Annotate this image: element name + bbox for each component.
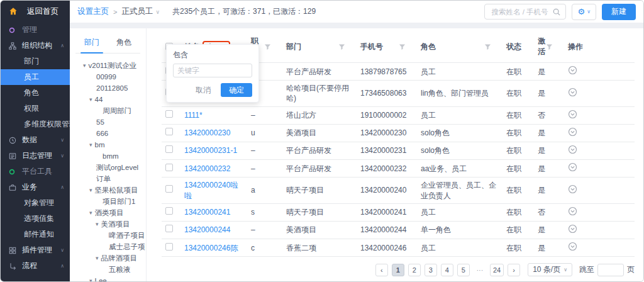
page-size-select[interactable]: 10 条/页 ∨ <box>528 263 572 276</box>
col-header-operation[interactable]: 操作 <box>564 31 635 63</box>
tree-node-4[interactable]: 周周部门 <box>70 105 146 116</box>
sidebar-item-org-structure[interactable]: 组织结构∧ <box>1 38 70 54</box>
col-header-department[interactable]: 部门 <box>282 31 357 63</box>
tree-node-19[interactable]: ▾Lee <box>70 275 146 281</box>
filter-keyword-input[interactable] <box>173 64 252 77</box>
filter-cancel-button[interactable]: 取消 <box>192 84 214 96</box>
row-checkbox[interactable] <box>165 207 173 215</box>
tree-node-9[interactable]: 测试orgLevel <box>70 162 146 173</box>
sidebar-item-log-manage[interactable]: 日志管理∨ <box>1 148 70 164</box>
page-ellipsis[interactable]: ··· <box>474 264 486 276</box>
row-checkbox[interactable] <box>165 145 173 153</box>
row-checkbox[interactable] <box>165 164 173 171</box>
back-to-home[interactable]: 返回首页 <box>1 1 70 22</box>
sidebar-item-plugin-manage[interactable]: 插件管理∨ <box>1 242 70 258</box>
caret-down-icon[interactable]: ▾ <box>89 142 92 148</box>
tree-node-11[interactable]: ▾坚果松鼠项目 <box>70 184 146 196</box>
caret-down-icon[interactable]: ▾ <box>89 187 92 193</box>
settings-dropdown-button[interactable]: ⚙ ∨ <box>572 4 596 20</box>
row-actions-button[interactable] <box>568 145 577 154</box>
sidebar-item-option-set[interactable]: 选项值集 <box>1 211 70 227</box>
caret-down-icon[interactable]: ▾ <box>89 96 92 103</box>
tree-node-3[interactable]: ▾44 <box>70 94 146 105</box>
jump-page-input[interactable] <box>597 264 624 276</box>
tree-node-8[interactable]: bmm <box>70 150 146 162</box>
tree-node-5[interactable]: 55 <box>70 116 146 128</box>
tree-node-10[interactable]: 订单 <box>70 173 146 184</box>
row-actions-button[interactable] <box>568 127 577 137</box>
tree-node-6[interactable]: 666 <box>70 128 146 139</box>
page-button-2[interactable]: 2 <box>408 264 421 276</box>
row-actions-button[interactable] <box>568 65 577 75</box>
chevron-down-icon[interactable]: ∨ <box>155 9 160 15</box>
employee-name-link[interactable]: 1111* <box>184 111 203 120</box>
tab-department[interactable]: 部门 <box>75 33 108 53</box>
row-checkbox[interactable] <box>165 243 173 251</box>
breadcrumb-settings-home[interactable]: 设置主页 <box>77 6 109 17</box>
filter-icon[interactable] <box>546 43 553 50</box>
sidebar-item-data[interactable]: 数据∨ <box>1 132 70 148</box>
sidebar-item-employee[interactable]: 员工 <box>1 69 70 85</box>
search-input[interactable] <box>490 8 550 16</box>
sidebar-item-permission[interactable]: 权限 <box>1 101 70 116</box>
col-header-status[interactable]: 状态 <box>502 31 534 63</box>
employee-name-link[interactable]: 13420000240啦啦 <box>184 181 238 200</box>
tree-node-1[interactable]: 00999 <box>70 71 146 82</box>
filter-icon[interactable] <box>399 43 406 50</box>
sidebar-item-platform-tools[interactable]: 平台工具 <box>1 164 70 179</box>
filter-icon[interactable] <box>484 43 491 50</box>
page-button-4[interactable]: 4 <box>441 264 453 276</box>
filter-icon[interactable] <box>264 43 271 50</box>
prev-page-button[interactable]: ‹ <box>375 264 388 276</box>
employee-name-link[interactable]: 13420000241 <box>184 208 230 217</box>
col-header-phone[interactable]: 手机号 <box>357 31 417 63</box>
caret-down-icon[interactable]: ▾ <box>96 221 99 227</box>
page-button-5[interactable]: 5 <box>457 264 470 276</box>
filter-icon[interactable] <box>338 43 345 50</box>
sidebar-item-manage[interactable]: 管理 <box>1 22 70 38</box>
col-header-role[interactable]: 角色 <box>417 31 502 63</box>
page-button-24[interactable]: 24 <box>490 264 504 276</box>
tree-node-7[interactable]: ▾bm <box>70 139 146 150</box>
tab-role[interactable]: 角色 <box>108 33 141 53</box>
row-actions-button[interactable] <box>568 162 577 172</box>
sidebar-item-workflow[interactable]: 流程∧ <box>1 258 70 274</box>
row-checkbox[interactable] <box>165 110 173 118</box>
tree-node-13[interactable]: ▾酒类项目 <box>70 207 146 218</box>
row-checkbox[interactable] <box>165 185 173 193</box>
tree-node-12[interactable]: 项目部门1 <box>70 196 146 207</box>
row-checkbox[interactable] <box>165 128 173 135</box>
next-page-button[interactable]: › <box>508 264 520 276</box>
caret-down-icon[interactable]: ▾ <box>96 255 99 261</box>
caret-down-icon[interactable]: ▾ <box>89 210 92 216</box>
sidebar-item-object-manage[interactable]: 对象管理 <box>1 195 70 211</box>
tree-node-14[interactable]: ▾美酒项目 <box>70 218 146 230</box>
filter-confirm-button[interactable]: 确定 <box>221 83 252 97</box>
tree-node-0[interactable]: ▾v2011测试企业 <box>70 60 146 71</box>
sidebar-item-department[interactable]: 部门 <box>1 54 70 69</box>
tree-node-15[interactable]: 啤酒子项目 <box>70 230 146 241</box>
tree-node-16[interactable]: 威士忌子项目 <box>70 241 146 252</box>
sidebar-item-business[interactable]: 业务∧ <box>1 179 70 195</box>
create-button[interactable]: 新建 <box>602 4 636 20</box>
sidebar-item-mail-notify[interactable]: 邮件通知 <box>1 227 70 242</box>
breadcrumb-current[interactable]: 正式员工 <box>121 6 153 17</box>
employee-name-link[interactable]: 13420000230 <box>184 128 230 137</box>
employee-name-link[interactable]: 13420000231-1 <box>184 146 237 155</box>
sidebar-item-multi-dimension-permission[interactable]: 多维度权限管理 <box>1 116 70 132</box>
row-checkbox[interactable] <box>165 225 173 232</box>
tree-node-2[interactable]: 20112805 <box>70 82 146 94</box>
employee-name-link[interactable]: 13420000246陈 <box>184 244 238 252</box>
col-header-active[interactable]: 激活 <box>534 31 564 63</box>
page-button-3[interactable]: 3 <box>425 264 437 276</box>
tree-node-18[interactable]: 五粮液 <box>70 264 146 275</box>
row-actions-button[interactable] <box>568 184 577 194</box>
caret-down-icon[interactable]: ▾ <box>89 278 92 281</box>
row-actions-button[interactable] <box>568 242 577 251</box>
page-button-1[interactable]: 1 <box>392 264 404 276</box>
caret-down-icon[interactable]: ▾ <box>83 62 86 69</box>
row-actions-button[interactable] <box>568 110 577 119</box>
tree-node-17[interactable]: ▾品牌酒项目 <box>70 252 146 264</box>
row-actions-button[interactable] <box>568 206 577 216</box>
sidebar-item-role[interactable]: 角色 <box>1 85 70 101</box>
